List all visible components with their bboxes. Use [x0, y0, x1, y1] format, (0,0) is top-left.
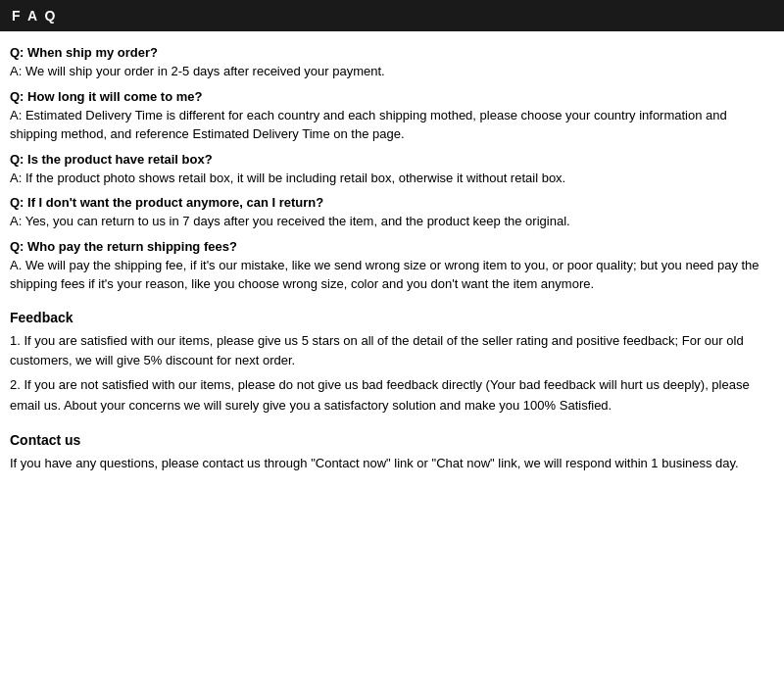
qa-block: Q: When ship my order?A: We will ship yo… — [10, 45, 774, 81]
content-area: Q: When ship my order?A: We will ship yo… — [0, 41, 784, 481]
question-0: Q: When ship my order? — [10, 45, 774, 60]
answer-4: A. We will pay the shipping fee, if it's… — [10, 256, 774, 294]
answer-0: A: We will ship your order in 2-5 days a… — [10, 62, 774, 81]
question-2: Q: Is the product have retail box? — [10, 152, 774, 167]
faq-header: F A Q — [0, 0, 784, 31]
contact-section: Contact us If you have any questions, pl… — [10, 432, 774, 474]
qa-block: Q: How long it will come to me?A: Estima… — [10, 89, 774, 144]
question-1: Q: How long it will come to me? — [10, 89, 774, 104]
feedback-points: 1. If you are satisfied with our items, … — [10, 331, 774, 416]
feedback-point-1: 2. If you are not satisfied with our ite… — [10, 375, 774, 416]
feedback-title: Feedback — [10, 310, 774, 325]
qa-block: Q: Is the product have retail box?A: If … — [10, 152, 774, 188]
answer-3: A: Yes, you can return to us in 7 days a… — [10, 212, 774, 231]
contact-text: If you have any questions, please contac… — [10, 454, 774, 474]
feedback-section: Feedback 1. If you are satisfied with ou… — [10, 310, 774, 416]
qa-block: Q: If I don't want the product anymore, … — [10, 195, 774, 231]
feedback-point-0: 1. If you are satisfied with our items, … — [10, 331, 774, 372]
answer-2: A: If the product photo shows retail box… — [10, 169, 774, 188]
qa-block: Q: Who pay the return shipping fees?A. W… — [10, 239, 774, 294]
question-4: Q: Who pay the return shipping fees? — [10, 239, 774, 254]
contact-title: Contact us — [10, 432, 774, 448]
faq-title: F A Q — [12, 8, 57, 24]
faq-list: Q: When ship my order?A: We will ship yo… — [10, 45, 774, 294]
answer-1: A: Estimated Delivery Time is different … — [10, 106, 774, 144]
question-3: Q: If I don't want the product anymore, … — [10, 195, 774, 210]
